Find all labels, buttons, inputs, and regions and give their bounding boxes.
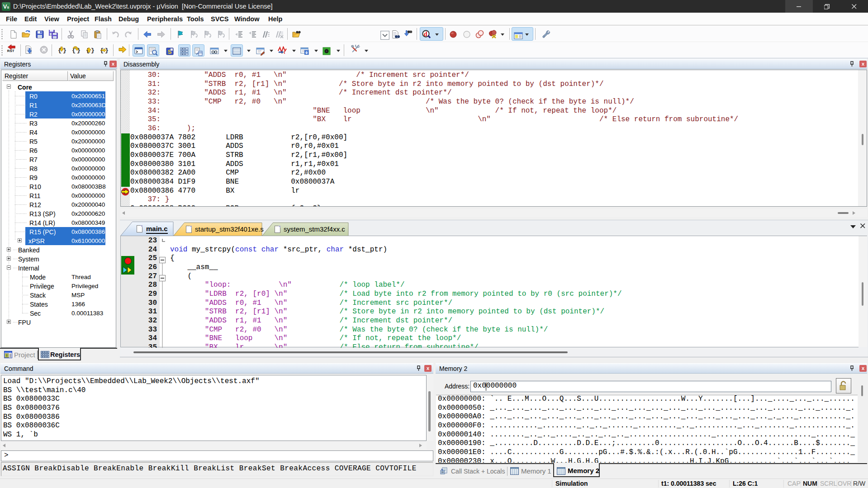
svg-text:d: d [424, 30, 427, 38]
svg-text:}: } [63, 47, 66, 54]
svg-text:RST: RST [7, 49, 14, 53]
